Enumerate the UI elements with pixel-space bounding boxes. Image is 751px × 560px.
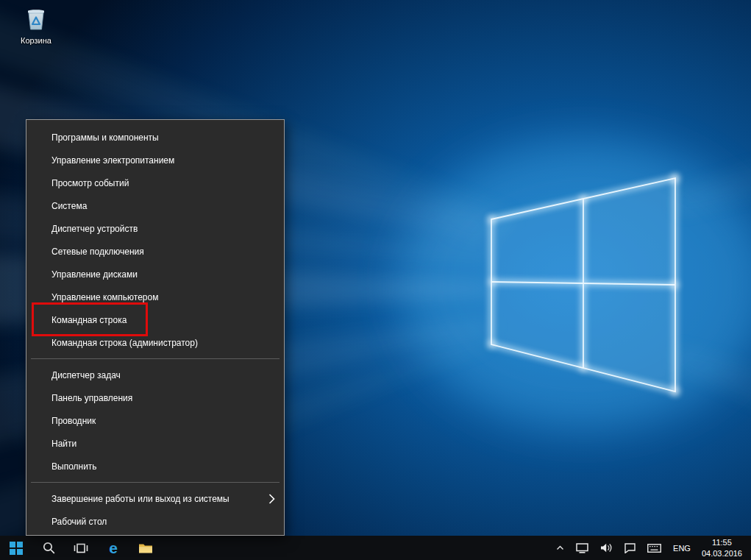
menu-item-device-manager[interactable]: Диспетчер устройств	[26, 217, 284, 240]
menu-item-computer-management[interactable]: Управление компьютером	[26, 286, 284, 308]
menu-item-power-options[interactable]: Управление электропитанием	[26, 149, 284, 171]
edge-browser-button[interactable]: e	[97, 536, 129, 560]
volume-button[interactable]	[597, 536, 616, 560]
menu-item-search[interactable]: Найти	[26, 432, 284, 455]
menu-item-event-viewer[interactable]: Просмотр событий	[26, 171, 284, 194]
chevron-up-icon	[556, 545, 564, 550]
speaker-icon	[600, 543, 613, 553]
file-explorer-button[interactable]	[129, 536, 162, 560]
winx-menu: Программы и компоненты Управление электр…	[26, 119, 285, 536]
menu-item-command-prompt-admin[interactable]: Командная строка (администратор)	[26, 331, 284, 354]
menu-item-programs-features[interactable]: Программы и компоненты	[26, 126, 284, 149]
search-icon	[43, 542, 55, 554]
menu-item-label: Сетевые подключения	[51, 247, 144, 257]
menu-item-desktop[interactable]: Рабочий стол	[26, 510, 284, 533]
menu-item-label: Завершение работы или выход из системы	[51, 494, 229, 504]
menu-item-label: Командная строка (администратор)	[51, 338, 198, 348]
menu-item-label: Диспетчер задач	[51, 370, 121, 380]
menu-item-system[interactable]: Система	[26, 194, 284, 217]
menu-item-label: Найти	[51, 439, 76, 449]
network-icon	[576, 543, 588, 553]
menu-item-label: Управление дисками	[51, 269, 138, 280]
submenu-chevron-icon	[268, 494, 275, 504]
menu-item-label: Проводник	[51, 416, 96, 426]
menu-item-label: Рабочий стол	[51, 517, 107, 527]
touch-keyboard-button[interactable]	[644, 536, 665, 560]
menu-item-label: Выполнить	[51, 461, 97, 472]
action-center-icon	[624, 543, 636, 553]
taskbar: e	[0, 536, 751, 560]
menu-item-label: Просмотр событий	[51, 178, 129, 188]
recycle-bin-label: Корзина	[21, 36, 51, 45]
desktop: Корзина Программы и компоненты Управлени…	[0, 0, 751, 560]
language-indicator[interactable]: ENG	[669, 544, 694, 553]
task-view-button[interactable]	[65, 536, 97, 560]
recycle-bin[interactable]: Корзина	[7, 4, 65, 45]
clock-time: 11:55	[702, 537, 742, 547]
action-center-button[interactable]	[621, 536, 639, 560]
menu-item-disk-management[interactable]: Управление дисками	[26, 263, 284, 286]
windows-start-icon	[10, 542, 23, 555]
menu-item-control-panel[interactable]: Панель управления	[26, 386, 284, 409]
menu-item-run[interactable]: Выполнить	[26, 455, 284, 478]
menu-item-label: Командная строка	[51, 315, 127, 325]
menu-item-label: Диспетчер устройств	[51, 224, 138, 234]
menu-separator	[31, 358, 280, 359]
menu-item-label: Панель управления	[51, 393, 132, 403]
tray-expand-button[interactable]	[552, 536, 568, 560]
menu-item-label: Система	[51, 201, 87, 211]
file-explorer-icon	[138, 542, 153, 554]
menu-item-command-prompt[interactable]: Командная строка	[26, 308, 284, 331]
menu-item-label: Управление компьютером	[51, 292, 158, 302]
task-view-icon	[74, 543, 88, 553]
menu-item-file-explorer[interactable]: Проводник	[26, 409, 284, 432]
menu-item-label: Программы и компоненты	[51, 132, 159, 143]
menu-item-shutdown[interactable]: Завершение работы или выход из системы	[26, 487, 284, 510]
menu-item-task-manager[interactable]: Диспетчер задач	[26, 364, 284, 386]
network-status-button[interactable]	[572, 536, 592, 560]
clock-date: 04.03.2016	[702, 548, 742, 559]
taskbar-clock[interactable]: 11:55 04.03.2016	[699, 537, 748, 559]
system-tray: ENG 11:55 04.03.2016	[552, 536, 751, 560]
search-button[interactable]	[32, 536, 65, 560]
menu-separator	[31, 482, 280, 483]
menu-item-label: Управление электропитанием	[51, 155, 174, 166]
edge-icon: e	[109, 540, 118, 556]
recycle-bin-icon	[21, 4, 51, 35]
keyboard-icon	[647, 544, 661, 553]
menu-item-network-connections[interactable]: Сетевые подключения	[26, 240, 284, 263]
start-button[interactable]	[0, 536, 32, 560]
